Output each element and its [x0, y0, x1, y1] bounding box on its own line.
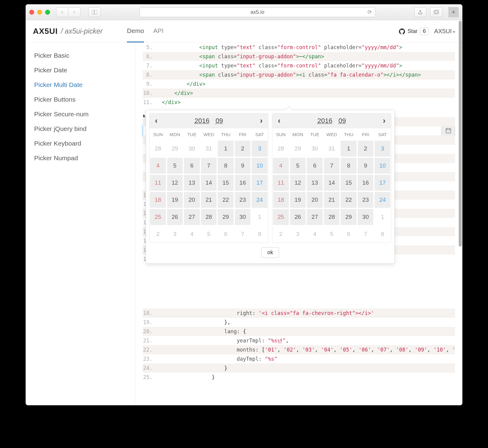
calendar-month[interactable]: 09 — [216, 117, 223, 125]
calendar-day[interactable]: 13 — [184, 175, 200, 191]
calendar-day[interactable]: 31 — [201, 141, 217, 157]
calendar-day[interactable]: 14 — [201, 175, 217, 191]
calendar-day[interactable]: 29 — [167, 141, 183, 157]
calendar-day[interactable]: 2 — [273, 226, 289, 242]
calendar-day[interactable]: 21 — [324, 192, 340, 208]
share-button[interactable] — [414, 7, 426, 17]
calendar-day[interactable]: 7 — [358, 226, 374, 242]
sidebar-item[interactable]: Picker Date — [26, 63, 135, 78]
calendar-day[interactable]: 10 — [375, 158, 390, 174]
calendar-day[interactable]: 29 — [341, 209, 357, 225]
calendar-day[interactable]: 15 — [341, 175, 357, 191]
sidebar-item[interactable]: Picker Keyboard — [26, 136, 135, 151]
prev-month-icon[interactable]: ‹ — [152, 116, 160, 125]
calendar-day[interactable]: 28 — [273, 141, 289, 157]
next-month-icon[interactable]: › — [380, 116, 388, 125]
calendar-day[interactable]: 6 — [218, 226, 234, 242]
calendar-day[interactable]: 16 — [358, 175, 374, 191]
calendar-day[interactable]: 26 — [167, 209, 183, 225]
prev-month-icon[interactable]: ‹ — [275, 116, 283, 125]
calendar-day[interactable]: 30 — [235, 209, 251, 225]
calendar-day[interactable]: 7 — [201, 158, 217, 174]
calendar-day[interactable]: 5 — [290, 158, 306, 174]
calendar-year[interactable]: 2016 — [195, 117, 210, 125]
forward-button[interactable]: › — [68, 7, 81, 17]
close-window-icon[interactable] — [29, 10, 34, 15]
calendar-day[interactable]: 1 — [341, 141, 357, 157]
scrollbar-thumb[interactable] — [459, 21, 462, 247]
calendar-day[interactable]: 9 — [235, 158, 251, 174]
calendar-ok-button[interactable]: ok — [261, 247, 279, 258]
minimize-window-icon[interactable] — [37, 10, 42, 15]
new-tab-button[interactable]: + — [448, 7, 459, 17]
calendar-day[interactable]: 20 — [184, 192, 200, 208]
calendar-day[interactable]: 24 — [375, 192, 390, 208]
calendar-day[interactable]: 5 — [201, 226, 217, 242]
tab-demo[interactable]: Demo — [127, 20, 144, 42]
calendar-day[interactable]: 3 — [252, 141, 267, 157]
calendar-month[interactable]: 09 — [339, 117, 346, 125]
calendar-day[interactable]: 19 — [167, 192, 183, 208]
calendar-day[interactable]: 14 — [324, 175, 340, 191]
calendar-day[interactable]: 5 — [167, 158, 183, 174]
calendar-day[interactable]: 6 — [341, 226, 357, 242]
calendar-day[interactable]: 22 — [218, 192, 234, 208]
calendar-day[interactable]: 8 — [341, 158, 357, 174]
calendar-day[interactable]: 4 — [150, 158, 166, 174]
calendar-day[interactable]: 12 — [290, 175, 306, 191]
calendar-year[interactable]: 2016 — [318, 117, 332, 125]
next-month-icon[interactable]: › — [257, 116, 265, 125]
calendar-day[interactable]: 9 — [358, 158, 374, 174]
calendar-day[interactable]: 11 — [273, 175, 289, 191]
calendar-day[interactable]: 12 — [167, 175, 183, 191]
url-bar[interactable]: ax5.io ⟳ — [140, 7, 375, 17]
calendar-day[interactable]: 11 — [150, 175, 166, 191]
github-star[interactable]: Star 6 — [399, 27, 429, 35]
calendar-day[interactable]: 5 — [324, 226, 340, 242]
back-button[interactable]: ‹ — [56, 7, 68, 17]
sidebar-item[interactable]: Picker Buttons — [26, 92, 135, 107]
calendar-day[interactable]: 28 — [324, 209, 340, 225]
scrollbar[interactable] — [459, 21, 462, 403]
calendar-day[interactable]: 25 — [150, 209, 166, 225]
calendar-day[interactable]: 1 — [252, 209, 267, 225]
calendar-day[interactable]: 16 — [235, 175, 251, 191]
calendar-day[interactable]: 2 — [150, 226, 166, 242]
calendar-day[interactable]: 7 — [324, 158, 340, 174]
calendar-day[interactable]: 1 — [375, 209, 390, 225]
calendar-day[interactable]: 4 — [184, 226, 200, 242]
calendar-day[interactable]: 19 — [290, 192, 306, 208]
calendar-day[interactable]: 27 — [307, 209, 323, 225]
brand-dropdown[interactable]: AX5UI — [434, 28, 455, 35]
calendar-day[interactable]: 3 — [375, 141, 390, 157]
calendar-day[interactable]: 31 — [324, 141, 340, 157]
calendar-day[interactable]: 25 — [273, 209, 289, 225]
calendar-day[interactable]: 23 — [358, 192, 374, 208]
calendar-day[interactable]: 1 — [218, 141, 234, 157]
calendar-day[interactable]: 3 — [167, 226, 183, 242]
sidebar-item[interactable]: Picker jQuery bind — [26, 121, 135, 136]
calendar-day[interactable]: 8 — [218, 158, 234, 174]
calendar-day[interactable]: 21 — [201, 192, 217, 208]
calendar-day[interactable]: 7 — [235, 226, 251, 242]
maximize-window-icon[interactable] — [45, 10, 50, 15]
calendar-day[interactable]: 28 — [150, 141, 166, 157]
tabs-button[interactable] — [88, 7, 101, 17]
calendar-day[interactable]: 30 — [184, 141, 200, 157]
calendar-day[interactable]: 23 — [235, 192, 251, 208]
calendar-day[interactable]: 24 — [252, 192, 267, 208]
calendar-day[interactable]: 20 — [307, 192, 323, 208]
show-tabs-button[interactable] — [430, 7, 442, 17]
calendar-day[interactable]: 27 — [184, 209, 200, 225]
calendar-day[interactable]: 10 — [252, 158, 267, 174]
calendar-day[interactable]: 6 — [184, 158, 200, 174]
calendar-day[interactable]: 2 — [358, 141, 374, 157]
calendar-day[interactable]: 22 — [341, 192, 357, 208]
calendar-day[interactable]: 15 — [218, 175, 234, 191]
calendar-day[interactable]: 13 — [307, 175, 323, 191]
calendar-day[interactable]: 8 — [375, 226, 390, 242]
reload-icon[interactable]: ⟳ — [368, 9, 372, 15]
sidebar-item[interactable]: Picker Secure-num — [26, 107, 135, 121]
sidebar-item[interactable]: Picker Basic — [26, 48, 135, 63]
calendar-day[interactable]: 30 — [307, 141, 323, 157]
